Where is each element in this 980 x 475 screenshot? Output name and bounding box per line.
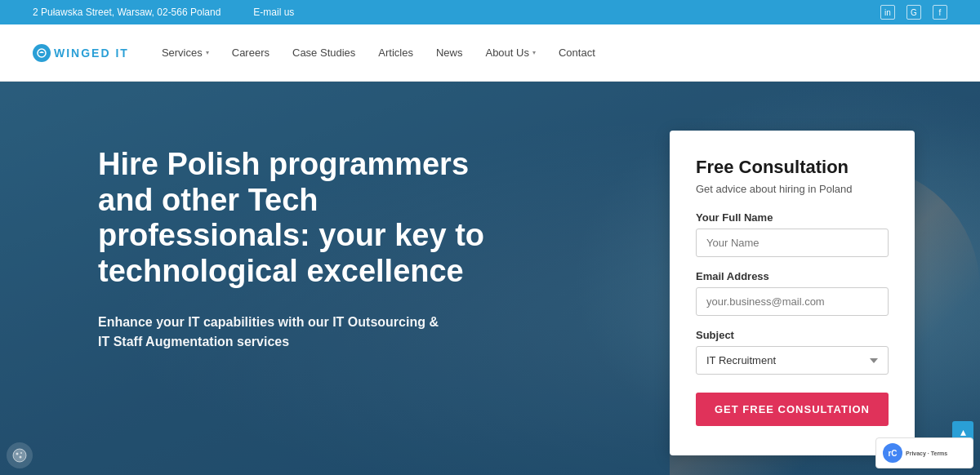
- name-input[interactable]: [696, 229, 889, 257]
- name-label: Your Full Name: [696, 211, 889, 224]
- hero-section: Hire Polish programmers and other Tech p…: [0, 82, 980, 475]
- nav-services[interactable]: Services ▾: [162, 47, 209, 59]
- email-label: Email Address: [696, 270, 889, 282]
- subject-label: Subject: [696, 329, 889, 341]
- consultation-form-card: Free Consultation Get advice about hirin…: [670, 131, 915, 455]
- top-bar-left: 2 Puławska Street, Warsaw, 02-566 Poland…: [33, 7, 294, 18]
- svg-point-4: [20, 456, 22, 459]
- google-icon[interactable]: G: [906, 5, 921, 20]
- svg-point-3: [20, 452, 22, 454]
- hero-title: Hire Polish programmers and other Tech p…: [98, 147, 490, 290]
- form-subtitle: Get advice about hiring in Poland: [696, 183, 889, 195]
- svg-point-2: [16, 453, 19, 455]
- logo-text: WINGED IT: [54, 47, 129, 60]
- form-title: Free Consultation: [696, 157, 889, 178]
- hero-subtitle: Enhance your IT capabilities with our IT…: [98, 313, 441, 352]
- hero-text-block: Hire Polish programmers and other Tech p…: [98, 131, 621, 352]
- email-link[interactable]: E-mail us: [253, 7, 294, 18]
- nav-news[interactable]: News: [436, 47, 463, 59]
- nav-careers[interactable]: Careers: [232, 47, 270, 59]
- recaptcha-logo: rC: [883, 443, 902, 463]
- nav-case-studies[interactable]: Case Studies: [292, 47, 355, 59]
- cookie-badge[interactable]: [7, 442, 33, 468]
- logo[interactable]: WINGED IT: [33, 44, 129, 62]
- nav-articles[interactable]: Articles: [378, 47, 413, 59]
- subject-select[interactable]: IT Recruitment IT Outsourcing Staff Augm…: [696, 346, 889, 375]
- about-caret: ▾: [532, 49, 536, 56]
- email-input[interactable]: [696, 287, 889, 316]
- nav-contact[interactable]: Contact: [559, 47, 595, 59]
- address-text: 2 Puławska Street, Warsaw, 02-566 Poland: [33, 7, 220, 18]
- recaptcha-text: Privacy · Terms: [906, 451, 947, 456]
- logo-icon: [33, 44, 51, 62]
- nav-links: Services ▾ Careers Case Studies Articles…: [162, 47, 595, 59]
- recaptcha-badge: rC Privacy · Terms: [875, 437, 973, 468]
- facebook-icon[interactable]: f: [933, 5, 947, 20]
- main-nav: WINGED IT Services ▾ Careers Case Studie…: [0, 24, 980, 82]
- subject-group: Subject IT Recruitment IT Outsourcing St…: [696, 329, 889, 375]
- email-group: Email Address: [696, 270, 889, 316]
- top-bar: 2 Puławska Street, Warsaw, 02-566 Poland…: [0, 0, 980, 24]
- linkedin-icon[interactable]: in: [880, 5, 895, 20]
- name-group: Your Full Name: [696, 211, 889, 257]
- svg-point-1: [13, 449, 26, 462]
- nav-about[interactable]: About Us ▾: [485, 47, 535, 59]
- cta-button[interactable]: GET FREE CONSULTATION: [696, 393, 889, 426]
- services-caret: ▾: [206, 49, 209, 56]
- social-icons: in G f: [880, 5, 947, 20]
- hero-content: Hire Polish programmers and other Tech p…: [0, 82, 980, 455]
- chevron-up-icon: ▴: [960, 425, 966, 438]
